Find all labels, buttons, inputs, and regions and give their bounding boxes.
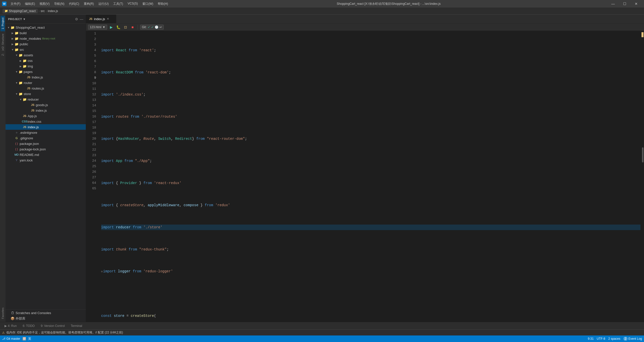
file-icon-index-css: CSS xyxy=(23,119,27,123)
git-indicator[interactable]: Git: ✓ ✓ 🕐 ↩ xyxy=(140,25,164,30)
tree-item-store[interactable]: ▼ 📁 store xyxy=(6,91,86,97)
tree-item-yarn[interactable]: ▶ Y yarn.lock xyxy=(6,157,86,163)
menu-window[interactable]: 窗口(W) xyxy=(140,1,155,7)
tab-index-js[interactable]: JS index.js ✕ xyxy=(86,15,116,23)
coverage-button[interactable]: ⊡ xyxy=(123,24,128,30)
left-tab-favorites[interactable]: Favorites xyxy=(1,306,5,321)
menu-file[interactable]: 文件(F) xyxy=(9,1,22,7)
project-breadcrumb[interactable]: 📁 ShoppingCart_react xyxy=(3,9,38,13)
menu-code[interactable]: 代码(C) xyxy=(67,1,81,7)
tree-item-src[interactable]: ▼ 📁 src xyxy=(6,47,86,52)
tree-item-pages[interactable]: ▼ 📁 pages xyxy=(6,69,86,74)
tree-label-index-js: index.js xyxy=(28,125,39,129)
tree-item-index-js[interactable]: ▶ JS index.js xyxy=(6,124,86,130)
tree-item-package-json[interactable]: ▶ { } package.json xyxy=(6,141,86,146)
close-button[interactable]: ✕ xyxy=(630,0,642,8)
folder-icon-img: 📁 xyxy=(23,64,27,68)
code-line-5: import {HashRouter, Route, Switch, Redir… xyxy=(101,136,640,142)
side-panel-settings-icon[interactable]: ⚙ xyxy=(75,17,78,21)
left-tab-project[interactable]: 1: Project xyxy=(1,16,5,31)
status-bar: ⎇ Git master 🪟 英 9:31 UTF-8 2 spaces 2 E… xyxy=(0,335,644,342)
tree-item-node-modules[interactable]: ▶ 📁 node_modules library root xyxy=(6,36,86,41)
bottom-tab-run[interactable]: ▶ 4: Run xyxy=(2,323,19,328)
menu-tools[interactable]: 工具(T) xyxy=(111,1,125,7)
tree-item-routes[interactable]: ▶ JS routes.js xyxy=(6,86,86,91)
tree-item-public[interactable]: ▶ 📁 public xyxy=(6,41,86,47)
tree-item-root[interactable]: ▼ 📁 ShoppingCart_react xyxy=(6,25,86,30)
run-config-dropdown[interactable]: 123.html ▼ xyxy=(88,25,107,30)
maximize-button[interactable]: ☐ xyxy=(619,0,630,8)
ln-24: 24 xyxy=(86,158,96,164)
status-event-log[interactable]: 2 Event Log xyxy=(623,337,642,340)
tree-item-store-reducer-index[interactable]: ▶ JS index.js xyxy=(6,108,86,113)
status-git[interactable]: ⎇ Git master xyxy=(2,337,20,340)
tab-close-button[interactable]: ✕ xyxy=(107,17,109,21)
tree-item-index-css[interactable]: ▶ CSS index.css xyxy=(6,119,86,124)
event-log-badge: 2 xyxy=(623,337,628,341)
status-windows-icon[interactable]: 🪟 xyxy=(22,337,26,340)
status-position[interactable]: 9:31 xyxy=(588,337,594,340)
menu-vcs[interactable]: VCS(S) xyxy=(126,1,140,7)
ln-3: 3 xyxy=(86,42,96,48)
menu-refactor[interactable]: 重构(R) xyxy=(82,1,96,7)
git-branch-icon: ⎇ xyxy=(2,337,6,340)
tree-item-pages-index[interactable]: ▶ JS Index.js xyxy=(6,74,86,80)
tree-label-public: public xyxy=(20,42,28,46)
tree-item-package-lock[interactable]: ▶ { } package-lock.json xyxy=(6,146,86,152)
status-encoding[interactable]: UTF-8 xyxy=(597,337,605,340)
ln-23: 23 xyxy=(86,153,96,158)
tree-item-app[interactable]: ▶ JS App.js xyxy=(6,113,86,119)
side-panel-collapse-icon[interactable]: — xyxy=(80,17,83,21)
menu-help[interactable]: 帮助(H) xyxy=(156,1,170,7)
tree-item-assets[interactable]: ▼ 📁 assets xyxy=(6,52,86,58)
right-scrollbar[interactable] xyxy=(640,31,644,322)
arrow-node-modules: ▶ xyxy=(11,36,15,40)
debug-button[interactable]: 🐛 xyxy=(116,24,121,30)
tree-item-scratches[interactable]: ▶ 🗒 Scratches and Consoles xyxy=(6,310,86,316)
ln-26: 26 xyxy=(86,169,96,175)
tree-item-goods[interactable]: ▶ JS goods.js xyxy=(6,102,86,108)
run-button[interactable]: ▶ xyxy=(109,24,114,30)
tree-label-routes: routes.js xyxy=(32,87,44,90)
code-line-1: import React from 'react'; xyxy=(101,48,640,53)
tree-item-external[interactable]: ▶ 📦 外部库 xyxy=(6,316,86,321)
tree-item-reducer[interactable]: ▼ 📁 reducer xyxy=(6,97,86,102)
menu-nav[interactable]: 导航(N) xyxy=(52,1,66,7)
minimap-indicator xyxy=(641,32,643,37)
minimize-button[interactable]: — xyxy=(607,0,619,8)
menu-run[interactable]: 运行(U) xyxy=(96,1,111,7)
left-tab-structure[interactable]: 2: Structure xyxy=(1,32,5,50)
tree-item-build[interactable]: ▶ 📁 build xyxy=(6,30,86,36)
tree-label-assets: assets xyxy=(24,53,33,57)
main-area: 1: Project 2: Structure Z: 互 Favorites P… xyxy=(0,15,644,322)
tree-item-router[interactable]: ▼ 📁 router xyxy=(6,80,86,86)
breadcrumb-file[interactable]: index.js xyxy=(48,9,58,13)
stop-button[interactable]: ■ xyxy=(130,24,135,30)
bottom-tab-todo[interactable]: 6: TODO xyxy=(20,323,37,328)
tree-item-img[interactable]: ▶ 📁 img xyxy=(6,63,86,69)
breadcrumb-sep2: › xyxy=(46,9,47,13)
folder-icon-css: 📁 xyxy=(23,59,27,63)
left-tab-z[interactable]: Z: 互 xyxy=(0,51,6,58)
toolbar: 123.html ▼ ▶ 🐛 ⊡ ■ Git: ✓ ✓ 🕐 ↩ xyxy=(86,23,644,31)
tree-item-gitignore[interactable]: ▶ G .gitignore xyxy=(6,135,86,141)
tree-item-eslint[interactable]: ▶ ○ .eslintignore xyxy=(6,130,86,135)
arrow-img: ▶ xyxy=(19,64,23,68)
tree-item-css[interactable]: ▶ 📁 css xyxy=(6,58,86,63)
code-editor[interactable]: 1 2 3 4 5 6 7 8 9 10 11 12 13 14 15 16 1… xyxy=(86,31,644,322)
code-content[interactable]: import React from 'react'; import ReactD… xyxy=(99,31,640,322)
bottom-tab-vcs[interactable]: 9: Version Control xyxy=(38,323,67,328)
tree-item-readme[interactable]: ▶ MD README.md xyxy=(6,152,86,157)
breadcrumb-src[interactable]: src xyxy=(41,9,45,13)
editor-tabs: JS index.js ✕ xyxy=(86,15,644,23)
bottom-tab-terminal[interactable]: Terminal xyxy=(68,323,85,328)
tree-label-package-json: package.json xyxy=(20,142,39,146)
menu-edit[interactable]: 编辑(E) xyxy=(23,1,37,7)
ln-11: 11 xyxy=(86,86,96,92)
menu-view[interactable]: 视图(V) xyxy=(37,1,52,7)
status-indent[interactable]: 2 spaces xyxy=(608,337,620,340)
scroll-thumb[interactable] xyxy=(642,147,643,162)
arrow-css: ▶ xyxy=(19,59,23,63)
tree-label-router: router xyxy=(24,81,32,85)
folder-icon-assets: 📁 xyxy=(19,53,23,57)
